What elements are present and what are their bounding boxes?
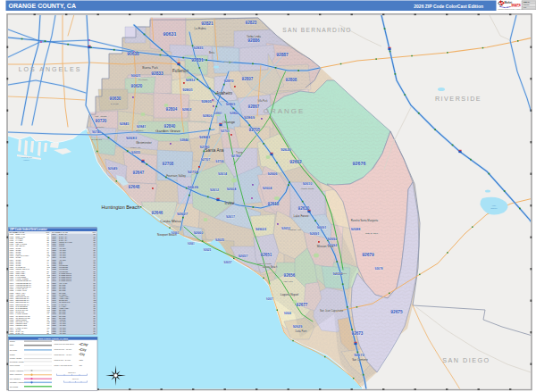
svg-text:92607: 92607 [266,297,273,301]
svg-text:•City: •City [80,348,88,352]
svg-text:92679: 92679 [362,253,374,257]
svg-text:Rossmoor: Rossmoor [96,126,105,128]
svg-text:Villa Park: Villa Park [258,99,269,103]
svg-text:La Habra: La Habra [194,27,205,30]
svg-text:Newport Beach: Newport Beach [157,233,177,237]
svg-text:Coto de Caza: Coto de Caza [365,232,379,234]
svg-text:92624: 92624 [284,312,291,315]
svg-text:Laguna Niguel: Laguna Niguel [281,293,299,296]
svg-text:90720: 90720 [96,119,107,123]
svg-text:92691: 92691 [317,226,327,229]
svg-text:•City: •City [80,342,88,346]
svg-text:92614: 92614 [218,172,227,176]
svg-text:92688: 92688 [351,228,361,231]
svg-text:SAN BERNARDINO: SAN BERNARDINO [282,27,352,33]
svg-text:Foothill Ranch: Foothill Ranch [301,188,314,189]
svg-text:Aliso Viejo: Aliso Viejo [282,280,293,283]
svg-text:Laguna Woods: Laguna Woods [257,263,272,264]
svg-text:La Palma: La Palma [138,79,148,81]
svg-text:92706: 92706 [215,160,224,163]
svg-text:92832: 92832 [186,79,196,82]
svg-text:92691: 92691 [309,231,320,236]
svg-text:92677: 92677 [297,303,308,307]
svg-text:92887: 92887 [276,53,289,57]
svg-text:90620: 90620 [131,84,143,88]
svg-text:90638: 90638 [127,52,139,56]
svg-text:92886: 92886 [247,38,260,43]
svg-text:92807: 92807 [242,77,254,81]
svg-text:92627: 92627 [177,212,188,216]
svg-text:Yorba Linda: Yorba Linda [247,35,261,38]
svg-text:92701: 92701 [221,129,230,133]
svg-text:92845: 92845 [120,122,130,126]
svg-text:92804: 92804 [166,107,178,112]
svg-text:92618: 92618 [268,202,280,206]
svg-text:Long Beach: Long Beach [21,156,32,158]
svg-text:San Juan Capistrano: San Juan Capistrano [320,309,344,313]
svg-text:Lake Forest: Lake Forest [294,214,309,218]
svg-text:92646: 92646 [152,211,163,215]
svg-text:92647: 92647 [133,171,145,175]
svg-text:92870: 92870 [223,79,234,83]
svg-text:ORANGE COUNTY, CA: ORANGE COUNTY, CA [9,3,76,10]
svg-text:Brea: Brea [209,51,214,54]
svg-text:90630: 90630 [110,96,121,101]
svg-text:Irvine: Irvine [224,201,235,205]
svg-text:US Highways: US Highways [10,378,21,379]
svg-text:Los Alamitos: Los Alamitos [95,115,107,117]
svg-text:Laguna Hills: Laguna Hills [289,229,302,231]
svg-text:SAN DIEGO: SAN DIEGO [442,356,490,364]
svg-text:90740: 90740 [92,130,101,134]
svg-text:above & beyond: above & beyond [510,6,520,7]
svg-text:92617: 92617 [226,215,235,219]
svg-text:92708: 92708 [163,162,174,166]
svg-text:ZIP Code: ZIP Code [10,349,18,351]
svg-text:County: County [10,340,15,342]
svg-text:92655: 92655 [131,151,140,154]
svg-text:92692: 92692 [327,237,338,241]
svg-text:92675: 92675 [390,310,403,314]
svg-text:92657: 92657 [224,261,232,264]
svg-text:92672: 92672 [354,353,364,357]
svg-text:Tustin: Tustin [236,151,243,154]
svg-text:MktMaps: MktMaps [523,4,529,5]
svg-text:Roads: Roads [10,354,15,355]
svg-text:92802: 92802 [182,108,192,112]
svg-text:92843: 92843 [199,135,211,139]
svg-text:Fullerton: Fullerton [172,69,188,73]
svg-text:92620: 92620 [281,147,291,152]
svg-text:92625: 92625 [215,238,224,242]
svg-text:1.888.434: 1.888.434 [523,1,530,3]
svg-text:2026 ZIP Code ColorCast Editio: 2026 ZIP Code ColorCast Edition [414,4,483,9]
svg-text:92861: 92861 [214,112,222,115]
svg-text:km 0 3 6: km 0 3 6 [72,378,79,379]
svg-text:Rancho Santa Margarita: Rancho Santa Margarita [351,219,379,222]
svg-text:92782: 92782 [231,154,241,158]
svg-text:92606: 92606 [267,171,278,176]
svg-text:Placentia: Placentia [224,61,234,63]
svg-text:92866: 92866 [230,112,239,115]
svg-text:Stanton: Stanton [136,129,144,132]
svg-text:90631: 90631 [163,31,177,37]
svg-text:ORANGE: ORANGE [264,107,306,115]
svg-text:92705: 92705 [249,128,261,132]
svg-text:Mission Viejo: Mission Viejo [317,245,334,248]
svg-text:Anaheim: Anaheim [216,91,232,96]
svg-text:Huntington Beach: Huntington Beach [102,204,140,210]
svg-text:Seal Beach: Seal Beach [91,138,103,141]
svg-text:92867: 92867 [248,104,260,109]
svg-text:Dana Point: Dana Point [296,329,307,333]
svg-text:Garden Grove: Garden Grove [155,129,180,133]
svg-text:90621: 90621 [130,73,141,78]
svg-text:92676: 92676 [353,161,366,166]
svg-text:Secondary Roads: Secondary Roads [10,361,24,363]
svg-text:92844: 92844 [180,138,188,142]
svg-text:92660: 92660 [194,231,204,235]
svg-text:92850: 92850 [52,332,56,334]
svg-text:92835: 92835 [193,46,204,50]
svg-text:92833: 92833 [151,71,163,76]
svg-text:SANTA ANA: SANTA ANA [16,332,25,334]
svg-text:92823: 92823 [246,21,257,25]
svg-text:Elsinore: Elsinore [490,207,498,209]
svg-text:Harbor: Harbor [23,159,29,161]
